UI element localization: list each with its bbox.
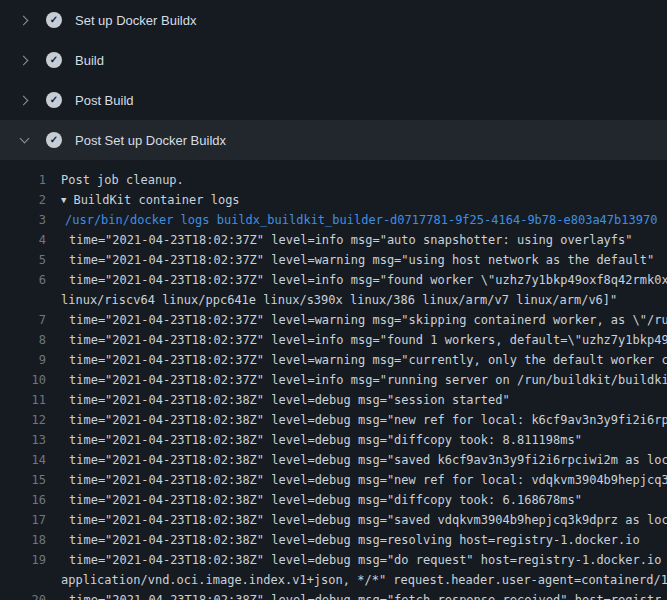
log-line: 17time="2021-04-23T18:02:38Z" level=debu… bbox=[0, 510, 667, 530]
log-line-continuation: linux/riscv64 linux/ppc641e linux/s390x … bbox=[0, 290, 667, 310]
step-section-label: Post Build bbox=[75, 93, 134, 108]
log-line: 18time="2021-04-23T18:02:38Z" level=debu… bbox=[0, 530, 667, 550]
line-number[interactable]: 16 bbox=[0, 490, 61, 510]
line-number[interactable]: 8 bbox=[0, 330, 61, 350]
line-number bbox=[0, 570, 61, 590]
log-text: time="2021-04-23T18:02:37Z" level=warnin… bbox=[61, 350, 667, 370]
log-line: 6time="2021-04-23T18:02:37Z" level=info … bbox=[0, 270, 667, 290]
line-number[interactable]: 15 bbox=[0, 470, 61, 490]
log-text: time="2021-04-23T18:02:38Z" level=debug … bbox=[61, 490, 582, 510]
log-line: 19time="2021-04-23T18:02:38Z" level=debu… bbox=[0, 550, 667, 570]
line-number[interactable]: 20 bbox=[0, 590, 61, 600]
step-section-post-build[interactable]: ✓Post Build bbox=[0, 80, 667, 120]
log-line: 10time="2021-04-23T18:02:37Z" level=info… bbox=[0, 370, 667, 390]
line-number[interactable]: 5 bbox=[0, 250, 61, 270]
log-text: time="2021-04-23T18:02:38Z" level=debug … bbox=[61, 530, 640, 550]
group-toggle-icon[interactable]: ▼ bbox=[61, 190, 66, 210]
log-group-title: BuildKit container logs bbox=[73, 190, 239, 210]
step-section-post-set-up-docker-buildx[interactable]: ✓Post Set up Docker Buildx bbox=[0, 120, 667, 160]
success-check-icon: ✓ bbox=[46, 12, 62, 28]
log-text: linux/riscv64 linux/ppc641e linux/s390x … bbox=[61, 290, 617, 310]
chevron-down-icon bbox=[12, 138, 36, 142]
line-number[interactable]: 14 bbox=[0, 450, 61, 470]
line-number[interactable]: 18 bbox=[0, 530, 61, 550]
log-line: 16time="2021-04-23T18:02:38Z" level=debu… bbox=[0, 490, 667, 510]
log-line-continuation: application/vnd.oci.image.index.v1+json,… bbox=[0, 570, 667, 590]
log-line: 4time="2021-04-23T18:02:37Z" level=info … bbox=[0, 230, 667, 250]
log-line: 5time="2021-04-23T18:02:37Z" level=warni… bbox=[0, 250, 667, 270]
log-text: time="2021-04-23T18:02:38Z" level=debug … bbox=[61, 390, 510, 410]
log-line: 9time="2021-04-23T18:02:37Z" level=warni… bbox=[0, 350, 667, 370]
line-number[interactable]: 19 bbox=[0, 550, 61, 570]
line-number[interactable]: 11 bbox=[0, 390, 61, 410]
log-line: 3/usr/bin/docker logs buildx_buildkit_bu… bbox=[0, 210, 667, 230]
line-number bbox=[0, 290, 61, 310]
step-section-label: Set up Docker Buildx bbox=[75, 13, 196, 28]
line-number[interactable]: 3 bbox=[0, 210, 61, 230]
log-line: 8time="2021-04-23T18:02:37Z" level=info … bbox=[0, 330, 667, 350]
log-text: time="2021-04-23T18:02:38Z" level=debug … bbox=[61, 470, 667, 490]
command-text: /usr/bin/docker logs buildx_buildkit_bui… bbox=[61, 210, 657, 230]
log-line: 13time="2021-04-23T18:02:38Z" level=debu… bbox=[0, 430, 667, 450]
line-number[interactable]: 1 bbox=[0, 170, 61, 190]
log-text: time="2021-04-23T18:02:37Z" level=info m… bbox=[61, 330, 667, 350]
log-text: time="2021-04-23T18:02:38Z" level=debug … bbox=[61, 590, 661, 600]
log-text: Post job cleanup. bbox=[61, 170, 184, 190]
log-line: 15time="2021-04-23T18:02:38Z" level=debu… bbox=[0, 470, 667, 490]
step-section-label: Build bbox=[75, 53, 104, 68]
log-line: 7time="2021-04-23T18:02:37Z" level=warni… bbox=[0, 310, 667, 330]
log-area: 1Post job cleanup.2▼BuildKit container l… bbox=[0, 160, 667, 600]
log-line: 20time="2021-04-23T18:02:38Z" level=debu… bbox=[0, 590, 667, 600]
log-line: 1Post job cleanup. bbox=[0, 170, 667, 190]
step-sections: ✓Set up Docker Buildx✓Build✓Post Build✓P… bbox=[0, 0, 667, 160]
log-text: application/vnd.oci.image.index.v1+json,… bbox=[61, 570, 667, 590]
chevron-right-icon bbox=[12, 97, 36, 104]
log-text: time="2021-04-23T18:02:37Z" level=warnin… bbox=[61, 250, 654, 270]
log-text: time="2021-04-23T18:02:37Z" level=warnin… bbox=[61, 310, 667, 330]
log-text: time="2021-04-23T18:02:38Z" level=debug … bbox=[61, 430, 582, 450]
log-text: time="2021-04-23T18:02:37Z" level=info m… bbox=[61, 230, 633, 250]
log-text: time="2021-04-23T18:02:38Z" level=debug … bbox=[61, 550, 667, 570]
chevron-right-icon bbox=[12, 17, 36, 24]
success-check-icon: ✓ bbox=[46, 52, 62, 68]
log-text: time="2021-04-23T18:02:38Z" level=debug … bbox=[61, 450, 667, 470]
step-section-set-up-docker-buildx[interactable]: ✓Set up Docker Buildx bbox=[0, 0, 667, 40]
success-check-icon: ✓ bbox=[46, 132, 62, 148]
log-text: time="2021-04-23T18:02:37Z" level=info m… bbox=[61, 370, 667, 390]
chevron-right-icon bbox=[12, 57, 36, 64]
log-text: time="2021-04-23T18:02:37Z" level=info m… bbox=[61, 270, 667, 290]
line-number[interactable]: 12 bbox=[0, 410, 61, 430]
log-line: 11time="2021-04-23T18:02:38Z" level=debu… bbox=[0, 390, 667, 410]
line-number[interactable]: 4 bbox=[0, 230, 61, 250]
line-number[interactable]: 2 bbox=[0, 190, 61, 210]
line-number[interactable]: 6 bbox=[0, 270, 61, 290]
line-number[interactable]: 9 bbox=[0, 350, 61, 370]
line-number[interactable]: 13 bbox=[0, 430, 61, 450]
line-number[interactable]: 17 bbox=[0, 510, 61, 530]
success-check-icon: ✓ bbox=[46, 92, 62, 108]
log-line: 14time="2021-04-23T18:02:38Z" level=debu… bbox=[0, 450, 667, 470]
log-line: 12time="2021-04-23T18:02:38Z" level=debu… bbox=[0, 410, 667, 430]
log-text: time="2021-04-23T18:02:38Z" level=debug … bbox=[61, 510, 667, 530]
line-number[interactable]: 10 bbox=[0, 370, 61, 390]
actions-log-viewer: ✓Set up Docker Buildx✓Build✓Post Build✓P… bbox=[0, 0, 667, 600]
log-text: time="2021-04-23T18:02:38Z" level=debug … bbox=[61, 410, 667, 430]
line-number[interactable]: 7 bbox=[0, 310, 61, 330]
step-section-label: Post Set up Docker Buildx bbox=[75, 133, 226, 148]
log-line: 2▼BuildKit container logs bbox=[0, 190, 667, 210]
step-section-build[interactable]: ✓Build bbox=[0, 40, 667, 80]
